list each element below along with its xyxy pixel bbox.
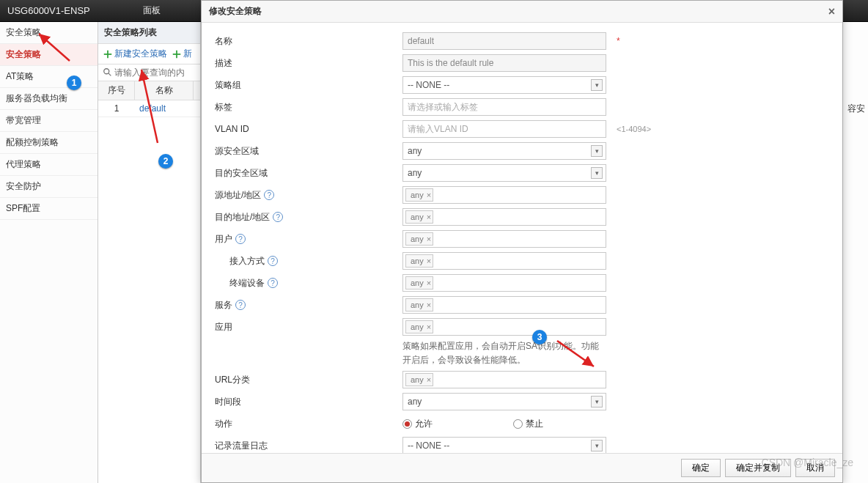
any-chip: any× bbox=[405, 373, 433, 386]
close-icon[interactable]: × bbox=[828, 5, 835, 18]
lbl-srczone: 源安全区域 bbox=[212, 145, 402, 158]
dstzone-select[interactable]: any▾ bbox=[402, 164, 606, 182]
lbl-user: 用户? bbox=[212, 233, 402, 246]
help-icon[interactable]: ? bbox=[268, 278, 278, 288]
help-icon[interactable]: ? bbox=[273, 212, 283, 222]
policy-toolbar: 新建安全策略 新 bbox=[98, 44, 200, 64]
annotation-bubble-3: 3 bbox=[532, 330, 547, 344]
col-idx: 序号 bbox=[98, 81, 135, 100]
ok-copy-button[interactable]: 确定并复制 bbox=[725, 459, 791, 477]
lbl-dstzone: 目的安全区域 bbox=[212, 167, 402, 180]
dialog-title: 修改安全策略 bbox=[209, 5, 262, 18]
chevron-down-icon: ▾ bbox=[591, 145, 603, 157]
policy-list-title: 安全策略列表 bbox=[98, 22, 200, 44]
help-icon[interactable]: ? bbox=[264, 190, 274, 200]
lbl-access: 接入方式? bbox=[212, 255, 402, 268]
lbl-url: URL分类 bbox=[212, 374, 402, 386]
red-arrow-2 bbox=[136, 66, 165, 147]
any-chip: any× bbox=[405, 276, 433, 290]
any-chip: any× bbox=[405, 188, 433, 202]
lbl-service: 服务? bbox=[212, 299, 402, 311]
lbl-trafficlog: 记录流量日志 bbox=[212, 440, 402, 452]
vlan-input[interactable] bbox=[402, 120, 606, 138]
svg-line-3 bbox=[141, 70, 158, 143]
action-deny-radio[interactable]: 禁止 bbox=[513, 418, 543, 430]
dstaddr-tagbox[interactable]: any× bbox=[402, 208, 606, 226]
app-tagbox[interactable]: any× bbox=[402, 318, 606, 336]
tab-panel[interactable]: 面板 bbox=[134, 1, 169, 21]
trafficlog-select[interactable]: -- NONE --▾ bbox=[402, 437, 606, 453]
remove-chip-icon[interactable]: × bbox=[427, 375, 431, 384]
red-arrow-3 bbox=[553, 337, 605, 374]
lbl-tag: 标签 bbox=[212, 101, 402, 114]
lbl-action: 动作 bbox=[212, 418, 402, 430]
lbl-time: 时间段 bbox=[212, 396, 402, 408]
remove-chip-icon[interactable]: × bbox=[427, 301, 431, 309]
any-chip: any× bbox=[405, 320, 433, 333]
remove-chip-icon[interactable]: × bbox=[427, 213, 431, 221]
ok-button[interactable]: 确定 bbox=[681, 459, 721, 477]
srcaddr-tagbox[interactable]: any× bbox=[402, 186, 606, 204]
srczone-select[interactable]: any▾ bbox=[402, 142, 606, 160]
plus-icon bbox=[172, 49, 182, 59]
new-policy-button[interactable]: 新建安全策略 bbox=[103, 48, 167, 60]
sidebar-item-7[interactable]: 安全防护 bbox=[0, 176, 98, 198]
access-tagbox[interactable]: any× bbox=[402, 252, 606, 270]
group-select[interactable]: -- NONE -- ▾ bbox=[402, 76, 606, 94]
lbl-dstaddr: 目的地址/地区? bbox=[212, 211, 402, 224]
help-icon[interactable]: ? bbox=[235, 300, 246, 310]
lbl-terminal: 终端设备? bbox=[212, 277, 402, 290]
edit-policy-dialog: 修改安全策略 × 名称 * 描述 策略组 -- NONE -- ▾ 标签 bbox=[201, 0, 843, 483]
svg-line-4 bbox=[557, 341, 594, 366]
svg-line-2 bbox=[39, 34, 70, 61]
service-tagbox[interactable]: any× bbox=[402, 296, 606, 314]
cell-idx: 1 bbox=[98, 100, 135, 117]
chevron-down-icon: ▾ bbox=[591, 396, 603, 408]
sidebar-item-4[interactable]: 带宽管理 bbox=[0, 110, 98, 132]
dialog-footer: 确定 确定并复制 取消 bbox=[202, 453, 842, 482]
search-icon bbox=[103, 67, 113, 78]
left-sidebar: 安全策略 安全策略 AT策略 服务器负载均衡 带宽管理 配额控制策略 代理策略 … bbox=[0, 22, 98, 483]
remove-chip-icon[interactable]: × bbox=[427, 235, 431, 243]
chevron-down-icon: ▾ bbox=[591, 440, 603, 451]
sidebar-item-2[interactable]: AT策略 bbox=[0, 66, 98, 88]
action-allow-radio[interactable]: 允许 bbox=[402, 418, 433, 430]
lbl-app: 应用 bbox=[212, 321, 402, 333]
lbl-srcaddr: 源地址/地区? bbox=[212, 189, 402, 202]
user-tagbox[interactable]: any× bbox=[402, 230, 606, 248]
dialog-header: 修改安全策略 × bbox=[202, 1, 842, 23]
terminal-tagbox[interactable]: any× bbox=[402, 274, 606, 292]
lbl-vlan: VLAN ID bbox=[212, 124, 402, 134]
remove-chip-icon[interactable]: × bbox=[427, 257, 431, 265]
tag-input[interactable] bbox=[402, 98, 606, 116]
required-star: * bbox=[617, 36, 620, 46]
sidebar-item-8[interactable]: SPF配置 bbox=[0, 198, 98, 220]
remove-chip-icon[interactable]: × bbox=[427, 322, 431, 331]
any-chip: any× bbox=[405, 232, 433, 246]
group-value: -- NONE -- bbox=[408, 80, 449, 90]
plus-icon bbox=[103, 49, 113, 59]
remove-chip-icon[interactable]: × bbox=[427, 191, 431, 199]
radio-selected-icon bbox=[402, 419, 412, 429]
sidebar-item-3[interactable]: 服务器负载均衡 bbox=[0, 88, 98, 110]
new-policy-label: 新建安全策略 bbox=[114, 48, 167, 60]
lbl-name: 名称 bbox=[212, 35, 402, 48]
help-icon[interactable]: ? bbox=[268, 256, 278, 266]
any-chip: any× bbox=[405, 298, 433, 311]
right-label-fragment: 容安 bbox=[847, 103, 865, 115]
remove-chip-icon[interactable]: × bbox=[427, 279, 431, 287]
device-title: USG6000V1-ENSP bbox=[7, 5, 90, 16]
annotation-bubble-1: 1 bbox=[67, 75, 81, 90]
new-button2[interactable]: 新 bbox=[172, 48, 192, 60]
vlan-hint: <1-4094> bbox=[617, 125, 651, 133]
name-input[interactable] bbox=[402, 32, 606, 50]
sidebar-item-6[interactable]: 代理策略 bbox=[0, 154, 98, 176]
lbl-group: 策略组 bbox=[212, 79, 402, 92]
chevron-down-icon: ▾ bbox=[591, 167, 603, 179]
desc-input[interactable] bbox=[402, 54, 606, 72]
time-select[interactable]: any▾ bbox=[402, 393, 606, 410]
cancel-button[interactable]: 取消 bbox=[795, 459, 835, 477]
svg-line-1 bbox=[108, 73, 111, 76]
sidebar-item-5[interactable]: 配额控制策略 bbox=[0, 132, 98, 154]
help-icon[interactable]: ? bbox=[235, 234, 246, 244]
